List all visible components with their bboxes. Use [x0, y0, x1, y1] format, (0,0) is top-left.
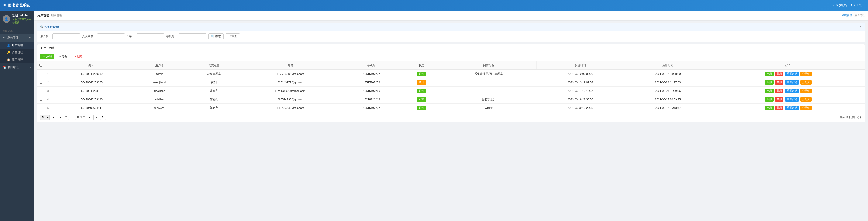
sidebar-user-details: 欢迎: admin ● 系统管理员,图书管理员: [12, 13, 31, 24]
row-id: 155479343253111: [51, 87, 131, 95]
enable-button[interactable]: 启用: [765, 106, 774, 110]
row-number: 5: [45, 104, 51, 112]
header: ≡ 图书管理系统 ✦ 修改密码 ⚑ 安全退出: [0, 0, 868, 10]
select-all-checkbox[interactable]: [39, 64, 42, 66]
last-page-button[interactable]: »: [93, 114, 99, 120]
row-status: 禁用: [402, 78, 441, 87]
row-roles: 图书管理员: [441, 95, 536, 104]
reset-password-button[interactable]: 重置密码: [785, 72, 799, 76]
logout-link[interactable]: ⚑ 安全退出: [850, 3, 865, 7]
sidebar-item-book-management[interactable]: 📚 图书管理 ›: [0, 63, 34, 72]
user-list-title: ▲ 用户列表: [40, 46, 55, 50]
chevron-right-icon: ›: [30, 66, 31, 69]
delete-user-button[interactable]: ■ 删除: [72, 54, 85, 59]
phone-label: 手机号：: [166, 34, 177, 38]
search-panel: 🔍 按条件查询: ∧ 用户名： 真实姓名： 邮箱：: [37, 23, 865, 42]
enable-button[interactable]: 启用: [765, 97, 774, 102]
edit-user-button[interactable]: ✏ 修改: [56, 54, 70, 59]
user-list-panel: ▲ 用户列表 ＋ 添加 ✏ 修改 ■ 删除 编号: [37, 44, 865, 122]
ban-button[interactable]: 禁用: [775, 72, 783, 76]
assign-role-button[interactable]: 分配角: [801, 97, 811, 102]
phone-field: 手机号：: [166, 33, 206, 39]
refresh-button[interactable]: ↻: [100, 114, 106, 120]
realname-input[interactable]: [97, 33, 125, 39]
reset-password-button[interactable]: 重置密码: [785, 106, 799, 110]
th-num: [45, 61, 51, 70]
row-realname: 何嘉亮: [188, 95, 240, 104]
enable-button[interactable]: 启用: [765, 72, 774, 76]
first-page-button[interactable]: «: [51, 114, 57, 120]
phone-input[interactable]: [179, 33, 206, 39]
reset-password-button[interactable]: 重置密码: [785, 97, 799, 102]
page-number-input[interactable]: [68, 114, 76, 120]
row-actions: 启用 禁用 重置密码 分配角: [712, 87, 865, 95]
page-label: 第: [65, 115, 67, 119]
realname-field: 真实姓名：: [82, 33, 125, 39]
th-realname: 真实姓名: [188, 61, 240, 70]
sidebar-item-app-management[interactable]: 📋 应用管理: [0, 56, 34, 63]
row-realname: 黄剑: [188, 78, 240, 87]
email-field: 邮箱：: [127, 33, 164, 39]
username-input[interactable]: [53, 33, 80, 39]
username-label: 用户名：: [40, 34, 51, 38]
assign-role-button[interactable]: 分配角: [801, 106, 811, 110]
row-created: 2021-06-12 00:00:00: [536, 70, 624, 78]
add-user-button[interactable]: ＋ 添加: [40, 54, 54, 59]
sidebar-item-role-management[interactable]: 🔑 角色管理: [0, 49, 34, 56]
ban-button[interactable]: 禁用: [775, 80, 783, 85]
search-collapse-button[interactable]: ∧: [859, 25, 862, 29]
status-badge: 正常: [417, 72, 426, 76]
reset-button[interactable]: ↺ 重置: [226, 33, 240, 39]
sidebar-user-info: 👤 欢迎: admin ● 系统管理员,图书管理员: [0, 10, 34, 27]
row-checkbox[interactable]: [40, 106, 42, 109]
row-email: 1402009986@qq.com: [240, 104, 341, 112]
assign-role-button[interactable]: 分配角: [801, 72, 811, 76]
row-updated: 2021-06-17 20:59:25: [624, 95, 712, 104]
reset-password-button[interactable]: 重置密码: [785, 80, 799, 85]
menu-toggle-icon[interactable]: ≡: [3, 3, 6, 8]
row-number: 4: [45, 95, 51, 104]
assign-role-button[interactable]: 分配角: [801, 89, 811, 93]
book-icon: 📚: [3, 66, 7, 69]
row-status: 正常: [402, 104, 441, 112]
row-checkbox[interactable]: [40, 89, 42, 92]
sidebar-item-system-management[interactable]: ⚙ 系统管理 ∨: [0, 34, 34, 42]
row-checkbox[interactable]: [40, 81, 42, 84]
total-pages: 2: [80, 116, 82, 119]
assign-role-button[interactable]: 分配角: [801, 80, 811, 85]
pagination-info: 显示1到5,共8记录: [840, 115, 862, 119]
table-row: 2 155479343253065 huangjianzhi 黄剑 826243…: [37, 78, 865, 87]
sidebar-item-user-management[interactable]: 👤 用户管理: [0, 42, 34, 49]
sidebar-username: 欢迎: admin: [12, 13, 31, 18]
prev-page-button[interactable]: ‹: [58, 114, 63, 120]
breadcrumb-home[interactable]: ⌂ 系统管理: [839, 13, 852, 17]
page-size-select[interactable]: 5 10 20 50: [40, 114, 50, 120]
row-checkbox[interactable]: [40, 72, 42, 75]
row-username: guoweiyu: [131, 104, 188, 112]
next-page-button[interactable]: ›: [87, 114, 92, 120]
chevron-down-icon: ∨: [29, 36, 31, 39]
ban-button[interactable]: 禁用: [775, 89, 783, 93]
search-button[interactable]: 🔍 搜索: [208, 33, 224, 39]
enable-button[interactable]: 启用: [765, 80, 774, 85]
row-actions: 启用 禁用 重置密码 分配角: [712, 95, 865, 104]
th-roles: 拥有角色: [441, 61, 536, 70]
role-icon: 🔑: [7, 51, 10, 54]
row-email: 1176239106@qq.com: [240, 70, 341, 78]
row-checkbox[interactable]: [40, 98, 42, 101]
ban-button[interactable]: 禁用: [775, 97, 783, 102]
enable-button[interactable]: 启用: [765, 89, 774, 93]
row-created: 2021-06-17 15:13:57: [536, 87, 624, 95]
reset-password-button[interactable]: 重置密码: [785, 89, 799, 93]
th-updated: 更新时间: [624, 61, 712, 70]
email-input[interactable]: [136, 33, 164, 39]
row-status: 正常: [402, 70, 441, 78]
row-realname: 郭为宇: [188, 104, 240, 112]
pagination: 5 10 20 50 « ‹ 第 共 2 页: [37, 112, 865, 122]
change-password-link[interactable]: ✦ 修改密码: [833, 3, 847, 7]
gear-icon: ⚙: [3, 36, 6, 39]
sidebar-sub-label: 角色管理: [12, 51, 23, 54]
row-created: 2021-06-18 22:30:50: [536, 95, 624, 104]
ban-button[interactable]: 禁用: [775, 106, 783, 110]
row-status: 正常: [402, 87, 441, 95]
